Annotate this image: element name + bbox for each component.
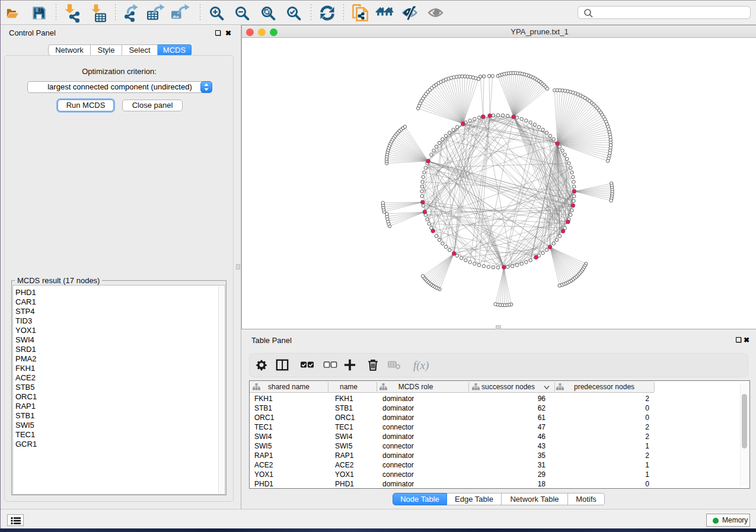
svg-text:f(x): f(x) xyxy=(413,359,429,372)
